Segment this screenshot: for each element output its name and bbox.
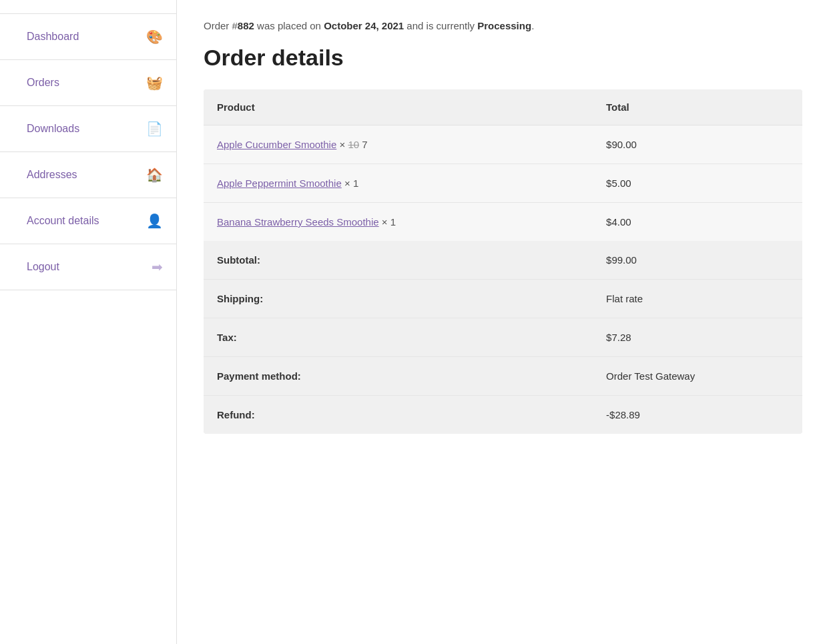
sidebar-item-label: Addresses [27, 169, 77, 181]
order-table: Product Total Apple Cucumber Smoothie × … [204, 89, 802, 434]
table-row: Banana Strawberry Seeds Smoothie × 1$4.0… [204, 203, 802, 242]
summary-value: Order Test Gateway [593, 357, 802, 396]
table-row: Apple Peppermint Smoothie × 1$5.00 [204, 164, 802, 203]
order-period: . [531, 20, 534, 31]
page-layout: Dashboard 🎨 Orders 🧺 Downloads 📄 Address… [0, 0, 829, 644]
product-total: $4.00 [593, 203, 802, 242]
summary-value: -$28.89 [593, 396, 802, 434]
sidebar-item-logout[interactable]: Logout ➡ [0, 244, 176, 290]
summary-label: Tax: [204, 318, 593, 357]
table-header-row: Product Total [204, 89, 802, 125]
summary-label: Shipping: [204, 280, 593, 318]
main-content: Order #882 was placed on October 24, 202… [177, 0, 829, 644]
order-prefix: Order # [204, 20, 238, 31]
summary-row: Payment method:Order Test Gateway [204, 357, 802, 396]
sidebar-item-downloads[interactable]: Downloads 📄 [0, 106, 176, 152]
sidebar-item-orders[interactable]: Orders 🧺 [0, 60, 176, 106]
summary-value: $99.00 [593, 241, 802, 280]
product-cell: Banana Strawberry Seeds Smoothie × 1 [204, 203, 593, 242]
summary-row: Subtotal:$99.00 [204, 241, 802, 280]
sidebar-item-label: Account details [27, 215, 99, 227]
product-total: $5.00 [593, 164, 802, 203]
summary-value: $7.28 [593, 318, 802, 357]
downloads-icon: 📄 [146, 121, 163, 137]
summary-label: Subtotal: [204, 241, 593, 280]
order-status-text: Order #882 was placed on October 24, 202… [204, 20, 802, 31]
product-cell: Apple Peppermint Smoothie × 1 [204, 164, 593, 203]
table-row: Apple Cucumber Smoothie × 10 7$90.00 [204, 125, 802, 164]
product-cell: Apple Cucumber Smoothie × 10 7 [204, 125, 593, 164]
order-mid: was placed on [254, 20, 324, 31]
logout-icon: ➡ [152, 259, 163, 275]
sidebar: Dashboard 🎨 Orders 🧺 Downloads 📄 Address… [0, 0, 177, 644]
order-date: October 24, 2021 [324, 20, 404, 31]
summary-value: Flat rate [593, 280, 802, 318]
sidebar-item-label: Dashboard [27, 31, 79, 43]
order-suffix-pre: and is currently [404, 20, 477, 31]
col-header-total: Total [593, 89, 802, 125]
page-title: Order details [204, 45, 802, 71]
col-header-product: Product [204, 89, 593, 125]
product-total: $90.00 [593, 125, 802, 164]
product-link[interactable]: Apple Peppermint Smoothie [217, 178, 342, 189]
addresses-icon: 🏠 [146, 167, 163, 183]
sidebar-item-label: Orders [27, 77, 59, 89]
summary-row: Refund:-$28.89 [204, 396, 802, 434]
product-link[interactable]: Apple Cucumber Smoothie [217, 139, 336, 150]
orders-icon: 🧺 [146, 75, 163, 91]
product-qty: × 1 [342, 178, 358, 189]
sidebar-item-label: Logout [27, 261, 59, 273]
summary-row: Shipping:Flat rate [204, 280, 802, 318]
summary-row: Tax:$7.28 [204, 318, 802, 357]
product-qty: × 1 [379, 216, 396, 228]
summary-label: Refund: [204, 396, 593, 434]
dashboard-icon: 🎨 [146, 29, 163, 45]
product-link[interactable]: Banana Strawberry Seeds Smoothie [217, 216, 379, 228]
product-qty: × 10 7 [336, 139, 367, 150]
sidebar-item-account-details[interactable]: Account details 👤 [0, 198, 176, 244]
order-status: Processing [477, 20, 531, 31]
sidebar-item-label: Downloads [27, 123, 79, 135]
order-number: 882 [238, 20, 254, 31]
sidebar-item-dashboard[interactable]: Dashboard 🎨 [0, 13, 176, 60]
account-icon: 👤 [146, 213, 163, 229]
struck-qty: 10 [348, 139, 359, 150]
summary-label: Payment method: [204, 357, 593, 396]
sidebar-item-addresses[interactable]: Addresses 🏠 [0, 152, 176, 198]
